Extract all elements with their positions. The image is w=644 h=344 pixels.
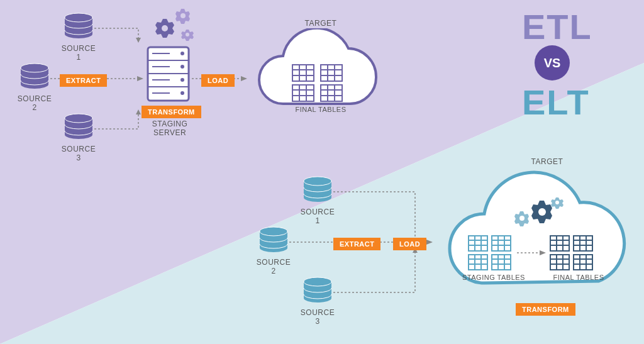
staging-tables-label: STAGING TABLES (459, 274, 528, 281)
server-icon (145, 44, 192, 104)
svg-point-18 (162, 25, 168, 31)
arrow (94, 25, 151, 44)
vs-badge: VS (535, 45, 570, 80)
svg-point-13 (180, 91, 184, 95)
database-icon (63, 13, 94, 43)
database-icon (63, 113, 94, 143)
load-badge: LOAD (201, 74, 235, 87)
arrow (333, 245, 428, 296)
extract-badge: EXTRACT (60, 74, 107, 87)
svg-point-11 (180, 65, 184, 69)
cloud-icon (434, 164, 641, 302)
extract-badge: EXTRACT (333, 238, 380, 250)
staging-label: STAGING SERVER (151, 119, 189, 137)
svg-point-49 (555, 201, 559, 204)
source-label: SOURCE 1 (60, 44, 97, 62)
svg-point-20 (186, 33, 189, 36)
source-label: SOURCE 2 (255, 258, 292, 275)
target-label: TARGET (296, 19, 346, 28)
load-badge: LOAD (393, 238, 426, 250)
title-elt: ELT (522, 82, 590, 123)
title-etl: ETL (522, 6, 592, 47)
svg-point-19 (180, 13, 186, 18)
source-label: SOURCE 2 (16, 94, 53, 112)
transform-badge: TRANSFORM (516, 303, 575, 316)
source-label: SOURCE 1 (299, 208, 336, 225)
svg-point-48 (519, 216, 525, 221)
source-label: SOURCE 3 (60, 145, 97, 162)
transform-badge: TRANSFORM (142, 106, 201, 118)
database-icon (302, 277, 333, 307)
svg-point-10 (180, 52, 184, 55)
svg-point-47 (538, 208, 546, 216)
final-tables-label: FINAL TABLES (547, 274, 610, 281)
svg-point-12 (180, 78, 184, 82)
final-tables-label: FINAL TABLES (292, 106, 349, 113)
database-icon (19, 63, 50, 93)
gears-icon (154, 6, 198, 47)
database-icon (258, 226, 289, 257)
database-icon (302, 176, 333, 206)
source-label: SOURCE 3 (299, 308, 336, 326)
